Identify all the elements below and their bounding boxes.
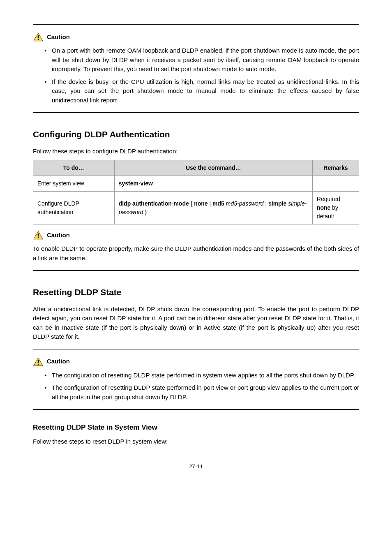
svg-rect-4 bbox=[38, 234, 39, 236]
reset-text: After a unidirectional link is detected,… bbox=[33, 305, 359, 342]
caution3-bullets: The configuration of resetting DLDP stat… bbox=[33, 371, 359, 402]
caution-label-3: Caution bbox=[47, 357, 70, 366]
th-cmd: Use the command… bbox=[114, 160, 312, 176]
remarks-line1: Required bbox=[317, 196, 340, 202]
page-number: 27-11 bbox=[33, 462, 359, 471]
svg-rect-8 bbox=[38, 363, 39, 364]
section-heading-auth: Configuring DLDP Authentication bbox=[33, 128, 359, 141]
remarks-none: none bbox=[317, 204, 330, 211]
cell-todo: Enter system view bbox=[33, 176, 115, 192]
caution-header-1: Caution bbox=[33, 32, 359, 42]
cell-remarks: — bbox=[312, 176, 359, 192]
caution3-bottom-rule bbox=[33, 409, 359, 410]
section-heading-reset: Resetting DLDP State bbox=[33, 286, 359, 299]
svg-rect-5 bbox=[38, 237, 39, 238]
svg-rect-1 bbox=[38, 35, 39, 38]
list-item: On a port with both remote OAM loopback … bbox=[44, 46, 359, 74]
cell-cmd: dldp authentication-mode { none | md5 md… bbox=[114, 192, 312, 224]
warning-triangle-icon bbox=[33, 230, 44, 240]
cmd-bold: dldp authentication-mode bbox=[119, 200, 189, 207]
warning-triangle-icon bbox=[33, 357, 44, 367]
reset-rule bbox=[33, 349, 359, 349]
table-row: Enter system view system-view — bbox=[33, 176, 359, 192]
subsection-heading-reset-sys: Resetting DLDP State in System View bbox=[33, 422, 359, 433]
caution1-bullets: On a port with both remote OAM loopback … bbox=[33, 46, 359, 105]
th-remarks: Remarks bbox=[312, 160, 359, 176]
svg-rect-2 bbox=[38, 39, 39, 40]
list-item: The configuration of resetting DLDP stat… bbox=[44, 383, 359, 402]
table-header-row: To do… Use the command… Remarks bbox=[33, 160, 359, 176]
warning-triangle-icon bbox=[33, 32, 44, 42]
svg-rect-7 bbox=[38, 360, 39, 363]
caution2-bottom-rule bbox=[33, 270, 359, 271]
caution1-bottom-rule bbox=[33, 112, 359, 113]
th-todo: To do… bbox=[33, 160, 115, 176]
cmd-bold: system-view bbox=[119, 180, 153, 187]
list-item: The configuration of resetting DLDP stat… bbox=[44, 371, 359, 380]
caution-label-2: Caution bbox=[47, 231, 70, 240]
caution-label-1: Caution bbox=[47, 32, 70, 42]
auth-intro: Follow these steps to configure DLDP aut… bbox=[33, 147, 359, 156]
list-item: If the device is busy, or the CPU utiliz… bbox=[44, 77, 359, 105]
cell-todo: Configure DLDP authentication bbox=[33, 192, 115, 224]
reset-sys-intro: Follow these steps to reset DLDP in syst… bbox=[33, 437, 359, 446]
cell-remarks: Required none by default bbox=[312, 192, 359, 224]
table-row: Configure DLDP authentication dldp authe… bbox=[33, 192, 359, 224]
top-rule bbox=[33, 24, 359, 25]
caution-header-2: Caution bbox=[33, 230, 359, 240]
cell-cmd: system-view bbox=[114, 176, 312, 192]
caution2-text: To enable DLDP to operate properly, make… bbox=[33, 244, 359, 263]
auth-table: To do… Use the command… Remarks Enter sy… bbox=[33, 160, 359, 224]
caution-header-3: Caution bbox=[33, 357, 359, 367]
